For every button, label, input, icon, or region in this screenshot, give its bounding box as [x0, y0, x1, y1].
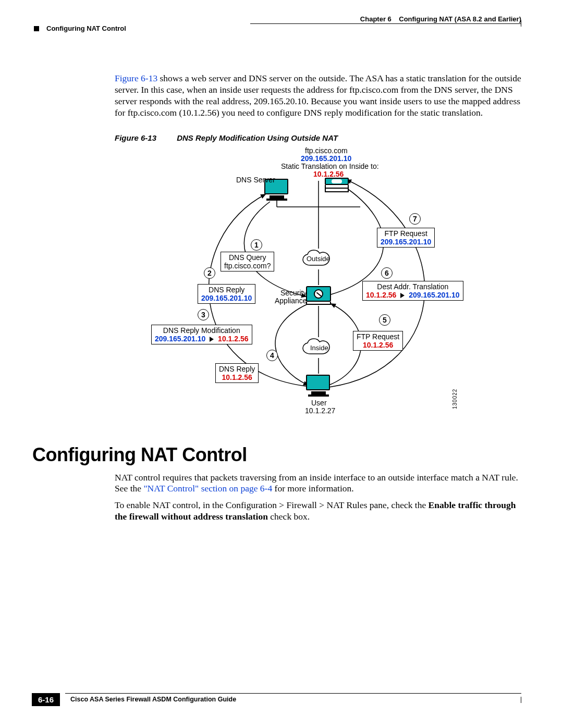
user-ip: 10.1.2.27 — [305, 406, 335, 415]
figure-diagram: ftp.cisco.com 209.165.201.10 Static Tran… — [154, 150, 467, 421]
box-dns-reply-2: DNS Reply 10.1.2.56 — [215, 363, 259, 383]
firewall-icon — [306, 286, 331, 306]
intro-paragraph: Figure 6-13 shows a web server and DNS s… — [115, 73, 521, 119]
step-4: 4 — [266, 350, 278, 361]
figure-caption: Figure 6-13 DNS Reply Modification Using… — [115, 133, 516, 142]
box-dest-addr-xlate: Dest Addr. Translation 10.1.2.56 209.165… — [362, 281, 463, 301]
static-ip: 10.1.2.56 — [313, 170, 344, 178]
user-icon — [306, 375, 331, 398]
figure-reference-link[interactable]: Figure 6-13 — [115, 73, 157, 83]
step-2: 2 — [204, 267, 215, 279]
page-number: 6-16 — [32, 693, 60, 706]
section-title: Configuring NAT Control — [46, 24, 126, 32]
figure-number: Figure 6-13 — [115, 133, 175, 142]
arrow-right-icon — [398, 291, 407, 299]
nat-control-link[interactable]: "NAT Control" section on page 6-4 — [143, 483, 272, 493]
chapter-title: Configuring NAT (ASA 8.2 and Earlier) — [399, 15, 521, 23]
paragraph-2: To enable NAT control, in the Configurat… — [115, 500, 521, 523]
paragraph-1: NAT control requires that packets traver… — [115, 472, 521, 495]
section-heading: Configuring NAT Control — [32, 444, 516, 466]
chapter-number: Chapter 6 — [360, 15, 391, 23]
box-dns-reply-mod: DNS Reply Modification 209.165.201.10 10… — [151, 325, 252, 344]
step-7: 7 — [409, 213, 421, 225]
page-footer: Cisco ASA Series Firewall ASDM Configura… — [34, 693, 521, 703]
step-3: 3 — [198, 309, 209, 320]
guide-title: Cisco ASA Series Firewall ASDM Configura… — [70, 696, 521, 703]
diagram-id: 130022 — [452, 388, 458, 409]
inside-label: Inside — [310, 344, 328, 352]
security-appliance-label-2: Appliance — [275, 297, 307, 305]
ftp-ip: 209.165.201.10 — [301, 154, 351, 163]
user-label: User — [311, 399, 327, 407]
intro-text: shows a web server and DNS server on the… — [115, 73, 521, 118]
ftp-host-label: ftp.cisco.com — [305, 146, 348, 155]
box-dns-reply-1: DNS Reply 209.165.201.10 — [198, 284, 255, 304]
figure-title: DNS Reply Modification Using Outside NAT — [177, 133, 338, 142]
security-appliance-label-1: Security — [280, 289, 307, 297]
outside-label: Outside — [307, 255, 330, 263]
box-ftp-request-1: FTP Request 10.1.2.56 — [353, 331, 403, 351]
static-xlate-label: Static Translation on Inside to: — [281, 162, 379, 170]
running-header: Chapter 6 Configuring NAT (ASA 8.2 and E… — [47, 18, 516, 34]
dns-server-label: DNS Server — [236, 176, 275, 184]
header-square-icon — [34, 26, 39, 31]
step-6: 6 — [381, 267, 393, 279]
ftp-server-icon — [325, 178, 349, 199]
arrow-right-icon — [207, 335, 216, 343]
step-5: 5 — [379, 314, 390, 326]
step-1: 1 — [251, 239, 262, 251]
box-dns-query: DNS Query ftp.cisco.com? — [221, 252, 274, 272]
box-ftp-request-2: FTP Request 209.165.201.10 — [377, 228, 435, 248]
